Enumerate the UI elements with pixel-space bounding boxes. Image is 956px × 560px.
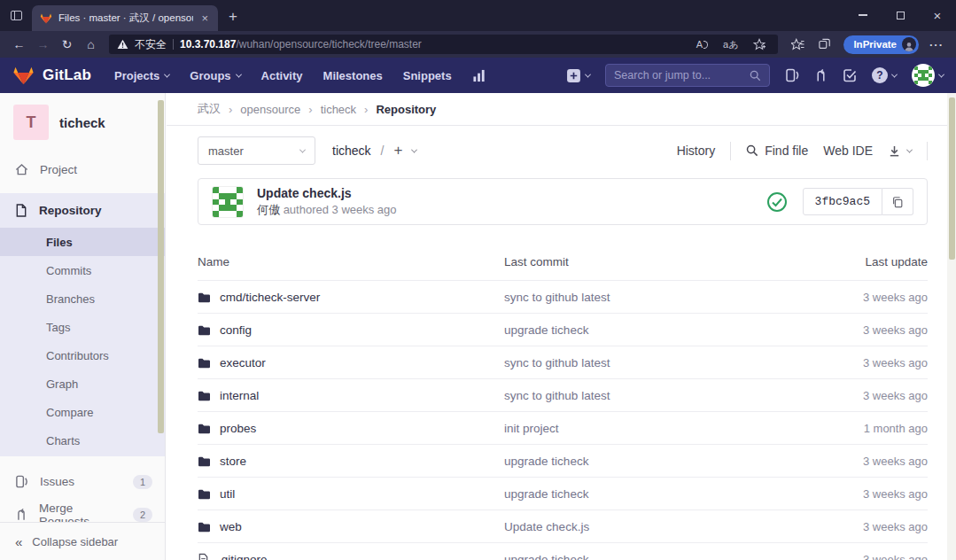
project-avatar: T [13,105,49,140]
commit-message-link[interactable]: init project [504,422,559,435]
repo-root-link[interactable]: ticheck [332,144,371,158]
sidebar-item-repository[interactable]: Repository [0,193,165,228]
merge-requests-icon[interactable] [814,68,828,82]
todos-icon[interactable] [843,68,857,82]
new-menu-button[interactable] [566,68,590,83]
commit-message-link[interactable]: sync to github latest [504,291,610,304]
nav-groups[interactable]: Groups [190,69,240,82]
issues-icon[interactable] [785,68,799,82]
commit-title-link[interactable]: Update check.js [257,186,397,200]
window-close-button[interactable]: × [919,0,956,30]
web-ide-button[interactable]: Web IDE [823,144,873,158]
workspaces-icon [11,11,22,20]
sidebar-item-branches[interactable]: Branches [0,284,165,313]
sidebar-item-issues[interactable]: Issues 1 [0,465,165,498]
commit-message-link[interactable]: upgrade ticheck [504,455,588,468]
help-menu[interactable]: ? [872,67,897,83]
breadcrumb-separator: › [308,103,312,116]
search-input[interactable] [614,69,744,82]
file-link[interactable]: web [220,520,242,533]
global-search[interactable] [605,64,770,87]
breadcrumb-group[interactable]: 武汉 [198,101,221,117]
refresh-button[interactable]: ↻ [55,37,79,51]
sidebar-item-files[interactable]: Files [0,228,165,256]
file-link[interactable]: util [220,487,235,501]
sidebar-item-commits[interactable]: Commits [0,256,165,284]
tab-actions-button[interactable] [0,0,32,31]
nav-projects[interactable]: Projects [114,69,169,82]
file-link[interactable]: probes [220,422,256,435]
tab-close-icon[interactable]: × [199,12,210,24]
find-file-button[interactable]: Find file [746,144,808,158]
gitlab-tanuki-icon [12,65,35,87]
sidebar-item-project[interactable]: Project [0,153,165,186]
add-file-button[interactable]: + [393,142,402,159]
address-bar[interactable]: 不安全 10.3.70.187/wuhan/opensource/ticheck… [109,35,778,54]
nav-milestones[interactable]: Milestones [323,69,383,82]
column-header-last-update: Last update [759,246,928,281]
breadcrumb-project[interactable]: ticheck [321,103,356,116]
sidebar-item-graph[interactable]: Graph [0,369,165,398]
forward-button[interactable]: → [31,37,55,51]
pipeline-status-passed-icon[interactable] [766,191,788,213]
commit-message-link[interactable]: sync to github latest [504,389,610,402]
search-icon [746,144,758,157]
table-row: probes init project 1 month ago [198,412,928,445]
window-maximize-button[interactable] [882,0,919,30]
page-scrollbar[interactable] [947,93,956,560]
inprivate-badge[interactable]: InPrivate [843,35,919,54]
commit-message-link[interactable]: upgrade ticheck [504,487,588,501]
user-menu[interactable] [912,64,944,87]
chevron-down-icon[interactable] [411,146,417,152]
favorites-hub-icon[interactable] [784,38,812,51]
file-link[interactable]: config [220,323,252,337]
breadcrumb-subgroup[interactable]: opensource [240,103,300,116]
commit-message-link[interactable]: sync to github latest [504,356,610,369]
sidebar-scrollbar-thumb[interactable] [158,100,164,433]
settings-more-icon[interactable]: ··· [924,38,949,51]
copy-sha-button[interactable] [882,188,913,215]
sidebar-item-tags[interactable]: Tags [0,313,165,341]
collapse-sidebar-button[interactable]: « Collapse sidebar [0,522,165,560]
file-link[interactable]: executor [220,356,266,369]
sidebar-item-contributors[interactable]: Contributors [0,341,165,369]
gitlab-navbar: GitLab Projects Groups Activity Mileston… [0,58,956,93]
gitlab-logo[interactable]: GitLab [12,65,91,87]
folder-icon [198,357,211,369]
home-button[interactable]: ⌂ [79,37,103,51]
sidebar-item-charts[interactable]: Charts [0,426,165,455]
file-link[interactable]: store [220,455,246,468]
chevron-down-icon [585,71,591,77]
commit-sha[interactable]: 3fbc9ac5 [803,188,882,215]
commit-message-link[interactable]: Update check.js [504,520,589,533]
address-divider [173,39,174,50]
url-host: 10.3.70.187 [180,38,236,51]
charts-icon[interactable] [472,69,486,82]
translate-icon[interactable]: aあ [719,38,742,51]
branch-selector[interactable]: master [198,136,315,165]
download-menu-button[interactable] [888,144,912,158]
browser-tab[interactable]: Files · master · 武汉 / opensourc × [32,5,218,31]
file-link[interactable]: internal [220,389,259,402]
page-scrollbar-thumb[interactable] [949,97,955,260]
project-header[interactable]: T ticheck [0,93,165,153]
nav-activity[interactable]: Activity [261,69,303,82]
back-button[interactable]: ← [7,37,31,51]
nav-snippets[interactable]: Snippets [403,69,452,82]
read-aloud-icon[interactable]: A [692,39,712,50]
commit-message-link[interactable]: upgrade ticheck [504,323,588,337]
collapse-icon: « [15,534,22,549]
collections-icon[interactable] [812,38,838,51]
commit-message-link[interactable]: upgrade ticheck [504,553,588,560]
browser-toolbar: ← → ↻ ⌂ 不安全 10.3.70.187/wuhan/opensource… [0,31,956,58]
new-tab-button[interactable]: + [229,8,237,26]
window-minimize-button[interactable] [844,0,882,30]
last-update: 3 weeks ago [759,379,928,412]
history-button[interactable]: History [677,144,716,158]
folder-icon [198,455,211,467]
file-link[interactable]: cmd/ticheck-server [220,291,320,304]
commit-author-link[interactable]: 何傲 [257,203,280,216]
sidebar-item-compare[interactable]: Compare [0,398,165,426]
file-link[interactable]: .gitignore [218,553,268,560]
add-favorite-icon[interactable] [749,38,770,51]
